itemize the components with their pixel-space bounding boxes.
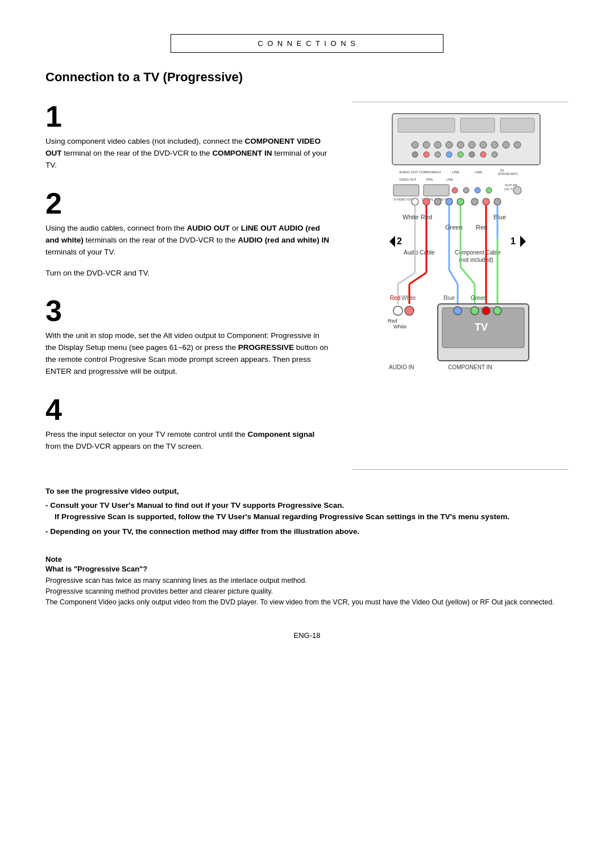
svg-point-15 xyxy=(424,152,429,157)
svg-text:Green: Green xyxy=(471,295,487,301)
page-title: Connection to a TV (Progressive) xyxy=(45,70,569,85)
svg-point-14 xyxy=(412,152,418,157)
connection-svg: AUDIO OUT COMPONENT LINE LINE IN (FROM A… xyxy=(364,108,557,449)
svg-text:Blue: Blue xyxy=(443,295,455,301)
svg-text:White: White xyxy=(401,295,416,301)
svg-text:Red: Red xyxy=(476,224,487,231)
svg-point-41 xyxy=(412,198,418,205)
svg-point-94 xyxy=(493,307,501,315)
step-2-number: 2 xyxy=(45,189,330,218)
svg-rect-32 xyxy=(424,185,449,196)
svg-line-77 xyxy=(460,267,475,284)
svg-text:AUDIO IN: AUDIO IN xyxy=(389,364,414,370)
progressive-bullets: Consult your TV User's Manual to find ou… xyxy=(45,500,569,538)
note-subtitle: What is "Progressive Scan"? xyxy=(45,565,569,573)
svg-point-7 xyxy=(446,141,453,148)
page-number: ENG-18 xyxy=(45,631,569,640)
section-label: C O N N E C T I O N S xyxy=(258,39,356,48)
svg-point-9 xyxy=(468,141,475,148)
step-4: 4 Press the input selector on your TV re… xyxy=(45,395,330,453)
svg-point-12 xyxy=(503,141,509,148)
svg-text:Blue: Blue xyxy=(493,214,506,220)
svg-point-47 xyxy=(483,198,489,205)
step-3-number: 3 xyxy=(45,296,330,326)
svg-text:Audio Cable: Audio Cable xyxy=(404,249,435,256)
step-2-extra: Turn on the DVD-VCR and TV. xyxy=(45,268,330,279)
svg-text:(not included): (not included) xyxy=(459,257,493,263)
bottom-section: To see the progressive video output, Con… xyxy=(45,487,569,608)
svg-text:White: White xyxy=(393,324,406,329)
svg-point-44 xyxy=(446,198,453,205)
svg-point-40 xyxy=(513,186,521,194)
step-2-text: Using the audio cables, connect from the… xyxy=(45,223,330,258)
svg-text:2: 2 xyxy=(397,236,402,246)
progressive-heading: To see the progressive video output, xyxy=(45,487,569,495)
svg-point-45 xyxy=(457,198,464,205)
svg-text:Component Cable: Component Cable xyxy=(455,249,501,256)
note-line-3: The Component Video jacks only output vi… xyxy=(45,597,569,608)
step-2: 2 Using the audio cables, connect from t… xyxy=(45,189,330,279)
svg-point-4 xyxy=(412,141,418,148)
svg-point-43 xyxy=(434,198,441,205)
svg-text:TV: TV xyxy=(475,322,488,333)
svg-point-19 xyxy=(469,152,475,157)
svg-rect-30 xyxy=(393,185,419,196)
step-4-number: 4 xyxy=(45,395,330,424)
svg-point-11 xyxy=(491,141,498,148)
step-3: 3 With the unit in stop mode, set the Al… xyxy=(45,296,330,378)
svg-point-89 xyxy=(405,306,414,315)
svg-text:PR/L: PR/L xyxy=(426,178,433,181)
svg-point-37 xyxy=(486,187,492,193)
svg-point-93 xyxy=(482,307,490,315)
svg-text:1: 1 xyxy=(511,236,516,246)
svg-text:VIDEO OUT: VIDEO OUT xyxy=(399,178,417,181)
svg-point-46 xyxy=(471,198,478,205)
svg-text:Red: Red xyxy=(390,295,400,301)
progressive-note: To see the progressive video output, Con… xyxy=(45,487,569,538)
svg-point-34 xyxy=(452,187,458,193)
svg-rect-2 xyxy=(460,118,495,132)
svg-point-48 xyxy=(494,198,501,205)
svg-point-20 xyxy=(480,152,486,157)
svg-text:White: White xyxy=(403,214,418,220)
svg-point-42 xyxy=(423,198,430,205)
svg-point-92 xyxy=(471,307,479,315)
step-4-text: Press the input selector on your TV remo… xyxy=(45,429,330,453)
svg-text:AUDIO OUT COMPONENT: AUDIO OUT COMPONENT xyxy=(399,170,441,174)
note-title: Note xyxy=(45,555,569,564)
note-section: Note What is "Progressive Scan"? Progres… xyxy=(45,549,569,608)
svg-text:COMPONENT IN: COMPONENT IN xyxy=(448,364,492,370)
note-line-2: Progressive scanning method provides bet… xyxy=(45,586,569,597)
svg-line-74 xyxy=(449,270,458,284)
note-line-1: Progressive scan has twice as many scann… xyxy=(45,575,569,586)
step-1-number: 1 xyxy=(45,102,330,131)
svg-point-8 xyxy=(457,141,464,148)
svg-text:LINE: LINE xyxy=(446,178,454,181)
svg-marker-62 xyxy=(520,236,526,247)
svg-point-17 xyxy=(446,152,452,157)
svg-point-16 xyxy=(435,152,441,157)
main-content: 1 Using component video cables (not incl… xyxy=(45,102,569,470)
connection-diagram: AUDIO OUT COMPONENT LINE LINE IN (FROM A… xyxy=(352,108,569,449)
svg-text:(FROM ANT): (FROM ANT) xyxy=(498,172,518,176)
svg-point-91 xyxy=(454,307,462,315)
svg-text:Green: Green xyxy=(445,224,463,231)
svg-text:Red: Red xyxy=(421,214,432,220)
svg-rect-3 xyxy=(500,118,534,132)
svg-point-35 xyxy=(463,187,469,193)
svg-point-10 xyxy=(480,141,487,148)
section-header: C O N N E C T I O N S xyxy=(171,34,443,53)
svg-point-18 xyxy=(458,152,463,157)
svg-marker-60 xyxy=(389,236,395,247)
svg-point-21 xyxy=(492,152,497,157)
step-1-text: Using component video cables (not includ… xyxy=(45,136,330,172)
svg-point-36 xyxy=(475,187,480,193)
diagram-column: AUDIO OUT COMPONENT LINE LINE IN (FROM A… xyxy=(352,102,569,470)
svg-point-13 xyxy=(514,141,521,148)
steps-column: 1 Using component video cables (not incl… xyxy=(45,102,330,470)
bullet-1: Consult your TV User's Manual to find ou… xyxy=(45,500,569,523)
svg-point-88 xyxy=(393,306,403,315)
svg-text:LINE: LINE xyxy=(452,170,459,174)
svg-text:Red: Red xyxy=(388,318,397,324)
svg-text:S-VIDEO OUT: S-VIDEO OUT xyxy=(393,198,414,201)
